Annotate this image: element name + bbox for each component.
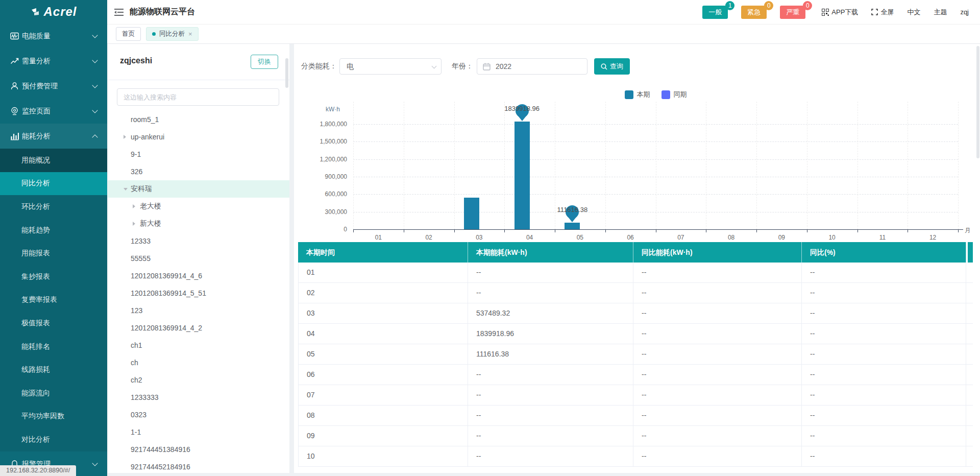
table-row[interactable]: 06------ [298, 365, 973, 385]
tree-node-15[interactable]: ch2 [108, 371, 289, 389]
x-axis-label: 10 [817, 234, 847, 241]
v-gridline [454, 102, 455, 229]
table-cell: 02 [298, 283, 468, 303]
legend-swatch-icon [662, 90, 670, 99]
sidebar-subitem-8[interactable]: 能耗排名 [0, 335, 107, 359]
tree-arrow-collapsed-icon[interactable] [133, 204, 135, 208]
bar-05[interactable] [565, 223, 580, 229]
tab-1[interactable]: 同比分析× [146, 27, 199, 41]
tree-node-7[interactable]: 12333 [108, 232, 289, 250]
sidebar-subitem-4[interactable]: 用能报表 [0, 242, 107, 265]
table-row[interactable]: 03537489.32---- [298, 303, 973, 324]
alarm-badge-2[interactable]: 严重0 [780, 6, 805, 19]
chevron-down-icon [92, 82, 97, 88]
bar-03[interactable] [464, 198, 479, 229]
tree-node-11[interactable]: 123 [108, 302, 289, 319]
switch-button[interactable]: 切换 [251, 55, 278, 69]
tree-node-3[interactable]: 326 [108, 163, 289, 180]
tree-node-13[interactable]: ch1 [108, 337, 289, 354]
app-download-link[interactable]: APP下载 [822, 8, 858, 17]
tree-node-label: 123 [108, 306, 142, 315]
sidebar-subitem-1[interactable]: 同比分析 [0, 172, 107, 196]
tree-arrow-expanded-icon[interactable] [124, 188, 128, 191]
table-cell: 09 [298, 426, 468, 446]
tree-node-4[interactable]: 安科瑞 [108, 180, 289, 198]
table-row[interactable]: 05111616.38---- [298, 344, 973, 365]
table-cell: -- [468, 283, 633, 303]
collapse-menu-icon[interactable] [114, 8, 124, 16]
sidebar-subitem-9[interactable]: 线路损耗 [0, 358, 107, 382]
legend-item-1[interactable]: 同期 [662, 90, 687, 99]
sidebar-subitem-6[interactable]: 复费率报表 [0, 289, 107, 312]
table-cell: -- [802, 446, 966, 466]
tree-node-17[interactable]: 0323 [108, 406, 289, 423]
year-input[interactable] [495, 59, 581, 74]
sidebar-menu: 电能质量需量分析预付费管理监控页面能耗分析用能概况同比分析环比分析能耗趋势用能报… [0, 23, 107, 476]
tree-scrollbar[interactable] [285, 58, 288, 88]
tree-node-16[interactable]: 1233333 [108, 389, 289, 406]
sidebar-subitem-11[interactable]: 平均功率因数 [0, 405, 107, 429]
tree-node-12[interactable]: 12012081369914_4_2 [108, 319, 289, 337]
table-row[interactable]: 09------ [298, 426, 973, 446]
chevron-down-icon [432, 64, 437, 69]
table-cell: -- [633, 385, 802, 405]
table-row[interactable]: 02------ [298, 283, 973, 303]
tree-search-input[interactable] [117, 88, 279, 106]
table-row[interactable]: 10------ [298, 446, 973, 467]
energy-type-select[interactable]: 电 [339, 58, 442, 75]
sidebar-item-0[interactable]: 电能质量 [0, 23, 107, 49]
sidebar-subitem-2[interactable]: 环比分析 [0, 195, 107, 219]
sidebar-item-3[interactable]: 监控页面 [0, 99, 107, 124]
bar-04[interactable] [514, 122, 530, 229]
sidebar-subitem-12[interactable]: 对比分析 [0, 428, 107, 451]
org-name: zqjceshi [120, 56, 152, 65]
table-cell: 06 [298, 365, 468, 385]
x-axis-unit: 月 [960, 226, 975, 235]
tree-node-2[interactable]: 9-1 [108, 146, 289, 163]
tree-node-1[interactable]: up-ankerui [108, 128, 289, 146]
sidebar-item-2[interactable]: 预付费管理 [0, 74, 107, 99]
tree-arrow-collapsed-icon[interactable] [124, 135, 126, 139]
sidebar-item-label: 预付费管理 [22, 82, 93, 91]
query-button[interactable]: 查询 [594, 58, 630, 75]
sidebar-subitem-7[interactable]: 极值报表 [0, 312, 107, 335]
y-axis-tick: 0 [294, 226, 347, 233]
sidebar-item-4[interactable]: 能耗分析 [0, 124, 107, 149]
close-tab-icon[interactable]: × [188, 31, 192, 37]
sidebar-subitem-5[interactable]: 集抄报表 [0, 265, 107, 289]
tree-node-0[interactable]: room5_1 [108, 111, 289, 128]
tree-node-18[interactable]: 1-1 [108, 423, 289, 441]
tree-arrow-collapsed-icon[interactable] [133, 222, 135, 226]
tree-node-5[interactable]: 老大楼 [108, 198, 289, 215]
alarm-badge-1[interactable]: 紧急0 [741, 6, 767, 19]
table-cell: -- [633, 406, 802, 425]
theme-switch[interactable]: 主题 [934, 8, 947, 17]
legend-item-0[interactable]: 本期 [625, 90, 650, 99]
table-cell: -- [633, 344, 802, 364]
table-row[interactable]: 07------ [298, 385, 973, 406]
sidebar-subitem-10[interactable]: 能源流向 [0, 382, 107, 405]
tree-node-10[interactable]: 12012081369914_5_51 [108, 284, 289, 302]
user-menu[interactable]: zqj [960, 8, 969, 16]
sidebar-subitem-0[interactable]: 用能概况 [0, 149, 107, 172]
fullscreen-link[interactable]: 全屏 [871, 8, 894, 17]
sidebar-subitem-3[interactable]: 能耗趋势 [0, 219, 107, 242]
table-row[interactable]: 08------ [298, 406, 973, 426]
year-picker[interactable] [477, 58, 587, 75]
language-switch[interactable]: 中文 [907, 8, 920, 17]
tab-0[interactable]: 首页 [116, 27, 141, 41]
sidebar-item-1[interactable]: 需量分析 [0, 49, 107, 74]
tree-node-6[interactable]: 新大楼 [108, 215, 289, 232]
tree-node-8[interactable]: 55555 [108, 250, 289, 267]
main-scrollbar[interactable] [976, 46, 979, 158]
table-row[interactable]: 01------ [298, 263, 973, 283]
table-row[interactable]: 041839918.96---- [298, 324, 973, 344]
tree-node-9[interactable]: 12012081369914_4_6 [108, 267, 289, 284]
page-title: 能源物联网云平台 [130, 7, 195, 17]
alarm-badge-0[interactable]: 一般1 [702, 6, 728, 19]
v-gridline [404, 102, 404, 229]
user-icon [10, 82, 19, 90]
tree-node-20[interactable]: 921744452184916 [108, 458, 289, 473]
tree-node-14[interactable]: ch [108, 354, 289, 371]
tree-node-19[interactable]: 921744451384916 [108, 441, 289, 458]
